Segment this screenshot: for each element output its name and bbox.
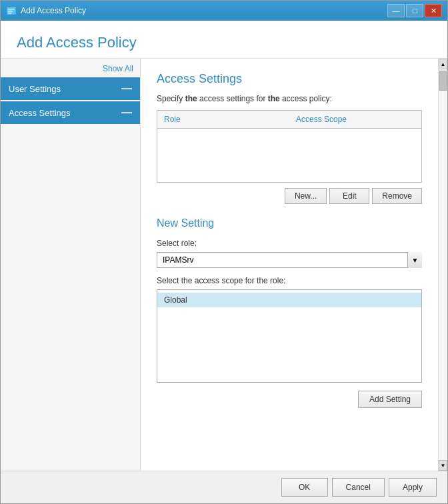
minimize-button[interactable]: — [387,4,405,17]
desc-prefix: Specify [157,94,185,103]
desc-the: the [185,94,197,103]
role-table: Role Access Scope [157,110,422,183]
sidebar-item-user-settings[interactable]: User Settings — [1,77,140,100]
main-area: Show All User Settings — Access Settings… [1,59,447,471]
vertical-scrollbar[interactable]: ▲ ▼ [438,59,447,471]
role-select[interactable]: IPAMSrv [157,252,422,268]
maximize-button[interactable]: □ [406,4,423,17]
window-controls: — □ ✕ [387,4,442,17]
cancel-button[interactable]: Cancel [332,478,385,497]
content-scroll: Access Settings Specify the access setti… [141,59,438,471]
window-content: Add Access Policy Show All User Settings… [1,21,447,503]
role-field-group: Select role: IPAMSrv ▼ [157,239,422,268]
add-setting-row: Add Setting [157,391,422,408]
table-body [157,129,421,182]
svg-rect-2 [8,11,13,12]
ok-button[interactable]: OK [281,478,328,497]
scope-field-group: Select the access scope for the role: Gl… [157,276,422,383]
new-setting-title: New Setting [157,217,422,229]
access-settings-desc: Specify the access settings for the acce… [157,94,422,103]
scope-item-global[interactable]: Global [157,293,421,307]
scroll-up-button[interactable]: ▲ [439,59,447,69]
header: Add Access Policy [1,21,447,59]
sidebar: Show All User Settings — Access Settings… [1,59,141,471]
user-settings-collapse-icon: — [121,83,132,95]
desc-the2: the [268,94,280,103]
sidebar-item-access-settings-label: Access Settings [9,108,71,118]
svg-rect-1 [8,9,15,10]
sidebar-item-user-settings-label: User Settings [9,84,61,94]
show-all-link[interactable]: Show All [1,61,140,77]
sidebar-item-access-settings[interactable]: Access Settings — [1,101,140,124]
table-header: Role Access Scope [157,111,421,129]
add-setting-button[interactable]: Add Setting [358,391,422,408]
role-select-wrapper: IPAMSrv ▼ [157,252,422,268]
remove-button[interactable]: Remove [372,188,422,204]
scroll-track[interactable] [439,69,447,460]
close-button[interactable]: ✕ [425,4,442,17]
col-role: Role [157,111,289,128]
scroll-thumb[interactable] [439,71,447,91]
new-button[interactable]: New... [285,188,327,204]
page-title: Add Access Policy [17,34,431,51]
table-button-row: New... Edit Remove [157,188,422,204]
main-window: Add Access Policy — □ ✕ Add Access Polic… [0,0,448,504]
scope-field-label: Select the access scope for the role: [157,276,422,285]
new-setting-section: New Setting Select role: IPAMSrv ▼ Selec… [157,217,422,408]
svg-rect-3 [8,13,11,14]
scope-list[interactable]: Global [157,289,422,383]
apply-button[interactable]: Apply [389,478,437,497]
scroll-down-button[interactable]: ▼ [439,460,447,471]
window-icon [6,5,17,16]
title-bar-text: Add Access Policy [21,6,387,15]
access-settings-collapse-icon: — [121,107,132,119]
footer: OK Cancel Apply [1,471,447,503]
role-field-label: Select role: [157,239,422,248]
title-bar: Add Access Policy — □ ✕ [1,1,447,21]
desc-suffix: access settings for [197,94,268,103]
content-area: Access Settings Specify the access setti… [141,59,447,471]
edit-button[interactable]: Edit [329,188,369,204]
access-settings-title: Access Settings [157,72,422,86]
col-access-scope: Access Scope [289,111,421,128]
desc-end: access policy: [280,94,332,103]
